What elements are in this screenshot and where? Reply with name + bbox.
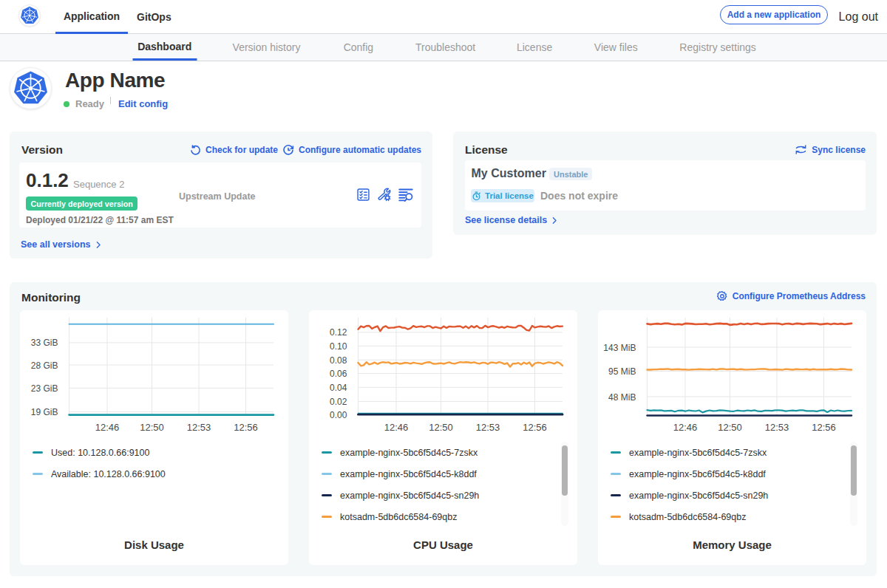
svg-text:12:50: 12:50 [140, 422, 164, 433]
svg-text:0.02: 0.02 [330, 397, 347, 407]
svg-text:23 GiB: 23 GiB [31, 383, 58, 394]
svg-text:12:53: 12:53 [476, 422, 500, 433]
svg-text:12:50: 12:50 [429, 422, 453, 433]
svg-text:33 GiB: 33 GiB [31, 338, 58, 348]
svg-text:95 MiB: 95 MiB [608, 366, 636, 377]
svg-text:12:53: 12:53 [187, 422, 211, 433]
svg-text:48 MiB: 48 MiB [608, 392, 636, 403]
svg-text:12:56: 12:56 [812, 422, 836, 433]
svg-text:0.00: 0.00 [330, 410, 347, 420]
svg-text:12:50: 12:50 [718, 422, 742, 433]
svg-text:0.12: 0.12 [330, 327, 347, 338]
svg-text:0.04: 0.04 [330, 383, 347, 393]
svg-text:143 MiB: 143 MiB [603, 343, 636, 353]
svg-text:12:46: 12:46 [95, 422, 120, 433]
svg-text:0.10: 0.10 [330, 341, 347, 352]
svg-text:12:46: 12:46 [673, 422, 698, 433]
svg-text:12:56: 12:56 [523, 422, 547, 433]
svg-text:12:56: 12:56 [234, 422, 258, 433]
svg-text:28 GiB: 28 GiB [31, 360, 58, 371]
svg-text:0.06: 0.06 [330, 369, 347, 379]
svg-text:12:53: 12:53 [765, 422, 789, 433]
svg-text:12:46: 12:46 [384, 422, 409, 433]
svg-text:0.08: 0.08 [330, 355, 347, 366]
svg-text:19 GiB: 19 GiB [31, 407, 58, 417]
